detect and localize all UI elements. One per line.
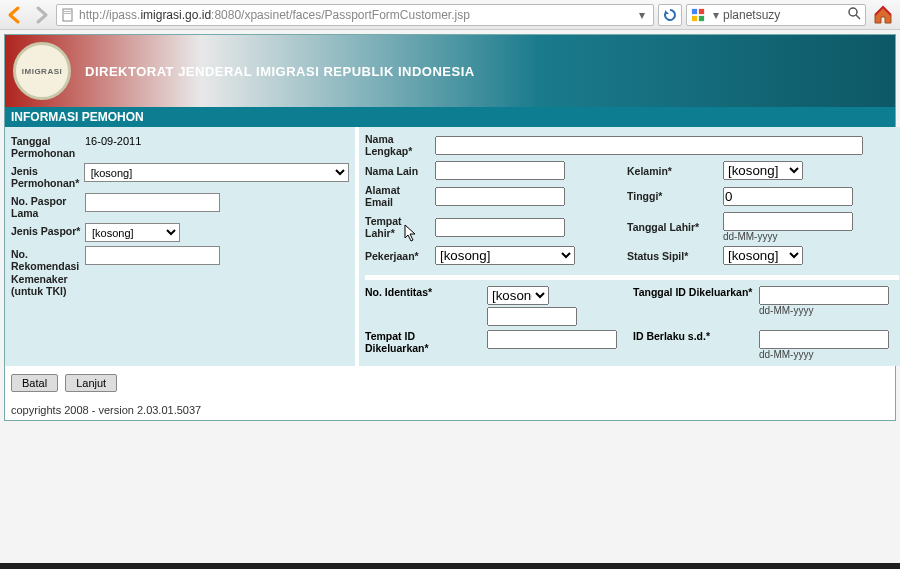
input-rekom[interactable] [85,246,220,265]
label-tgl-lahir: Tanggal Lahir* [627,221,717,233]
footer-text: copyrights 2008 - version 2.03.01.5037 [5,400,895,420]
button-bar: Batal Lanjut [5,366,895,400]
select-kelamin[interactable]: [kosong] [723,161,803,180]
url-suffix: :8080/xpasinet/faces/PassportFormCustome… [211,8,470,22]
select-jenis-permohonan[interactable]: [kosong] [84,163,349,182]
input-tempat-id-keluar[interactable] [487,330,617,349]
svg-rect-4 [699,8,704,13]
label-id-berlaku: ID Berlaku s.d.* [633,330,753,342]
input-tgl-id-keluar[interactable] [759,286,889,305]
label-tgl-permohonan: Tanggal Permohonan [11,133,85,159]
label-jenis-paspor: Jenis Paspor* [11,223,85,237]
input-id-berlaku[interactable] [759,330,889,349]
url-host: imigrasi.go.id [140,8,211,22]
url-bar[interactable]: http://ipass.imigrasi.go.id:8080/xpasine… [56,4,654,26]
value-tgl-permohonan: 16-09-2011 [85,133,141,147]
search-icon[interactable] [848,7,861,23]
label-tempat-lahir: Tempat Lahir* [365,215,429,239]
lanjut-button[interactable]: Lanjut [65,374,117,392]
select-jenis-paspor[interactable]: [kosong] [85,223,180,242]
input-nama-lengkap[interactable] [435,136,863,155]
page-container: IMIGRASI DIREKTORAT JENDERAL IMIGRASI RE… [4,34,896,421]
forward-arrow-icon [31,5,51,25]
input-tinggi[interactable] [723,187,853,206]
reload-button[interactable] [658,4,682,26]
label-kelamin: Kelamin* [627,165,717,177]
home-icon [872,4,894,26]
forward-button[interactable] [30,4,52,26]
label-tempat-id-keluar: Tempat ID Dikeluarkan* [365,330,481,354]
svg-rect-5 [692,15,697,20]
seal-logo: IMIGRASI [13,42,71,100]
section-title: INFORMASI PEMOHON [5,107,895,127]
url-prefix: http://ipass. [79,8,140,22]
label-tinggi: Tinggi* [627,190,717,202]
back-button[interactable] [4,4,26,26]
select-pekerjaan[interactable]: [kosong] [435,246,575,265]
input-id-number[interactable] [487,307,577,326]
select-id-type[interactable]: [kosong] [487,286,549,305]
input-tgl-lahir[interactable] [723,212,853,231]
batal-button[interactable]: Batal [11,374,58,392]
right-column: Nama Lengkap* Nama Lain Kelamin* [kosong… [355,127,900,366]
label-paspor-lama: No. Paspor Lama [11,193,85,219]
label-tgl-id-keluar: Tanggal ID Dikeluarkan* [633,286,753,298]
hint-id-berlaku: dd-MM-yyyy [759,349,899,360]
left-column: Tanggal Permohonan 16-09-2011 Jenis Perm… [5,127,355,366]
identity-panel: No. Identitas* [kosong] Tanggal ID Dikel… [365,275,899,360]
search-engine-dropdown-icon[interactable]: ▾ [709,8,723,22]
search-text: planetsuzy [723,8,780,22]
banner-title: DIREKTORAT JENDERAL IMIGRASI REPUBLIK IN… [85,64,475,79]
label-status: Status Sipil* [627,250,717,262]
label-rekom: No. Rekomendasi Kemenaker (untuk TKI) [11,246,85,296]
input-email[interactable] [435,187,565,206]
form-content: Tanggal Permohonan 16-09-2011 Jenis Perm… [5,127,895,366]
browser-toolbar: http://ipass.imigrasi.go.id:8080/xpasine… [0,0,900,30]
input-tempat-lahir[interactable] [435,218,565,237]
google-icon [691,8,705,22]
back-arrow-icon [5,5,25,25]
label-pekerjaan: Pekerjaan* [365,250,429,262]
label-email: Alamat Email [365,184,429,208]
hint-tgl-id-keluar: dd-MM-yyyy [759,305,899,316]
label-nama-lain: Nama Lain [365,165,429,177]
svg-rect-1 [64,11,71,12]
reload-icon [663,8,677,22]
label-nama-lengkap: Nama Lengkap* [365,133,429,157]
svg-rect-3 [692,8,697,13]
input-paspor-lama[interactable] [85,193,220,212]
select-status[interactable]: [kosong] [723,246,803,265]
hint-tgl-lahir: dd-MM-yyyy [723,231,863,242]
svg-rect-0 [63,9,72,21]
svg-rect-2 [64,13,71,14]
banner: IMIGRASI DIREKTORAT JENDERAL IMIGRASI RE… [5,35,895,107]
input-nama-lain[interactable] [435,161,565,180]
search-box[interactable]: ▾ planetsuzy [686,4,866,26]
svg-point-7 [849,8,857,16]
page-icon [61,8,75,22]
url-dropdown-icon[interactable]: ▾ [635,8,649,22]
label-jenis-permohonan: Jenis Permohonan* [11,163,84,189]
home-button[interactable] [870,2,896,28]
svg-line-8 [856,15,860,19]
label-no-identitas: No. Identitas* [365,286,481,298]
svg-rect-6 [699,15,704,20]
